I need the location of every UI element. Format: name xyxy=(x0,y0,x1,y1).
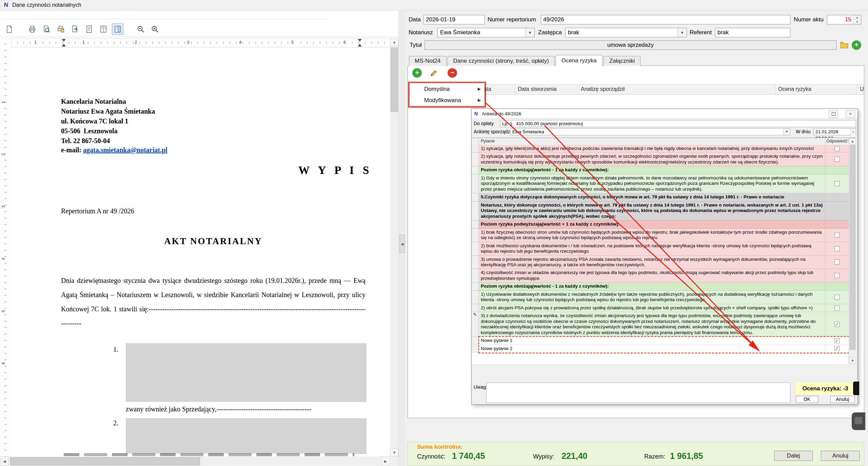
answer-checkbox[interactable] xyxy=(834,157,840,162)
question-row[interactable]: 3) umowa o prowadzenie rejestru akcjonar… xyxy=(472,256,849,269)
question-row[interactable]: Poziom ryzyka podwyższają(wartość + 1 za… xyxy=(472,220,849,228)
floating-widget[interactable] xyxy=(852,412,865,430)
uwagi-textarea[interactable] xyxy=(486,383,790,403)
answer-checkbox[interactable] xyxy=(834,259,840,265)
w-dniu-input[interactable]: 21.01.2026 07:52:53▲▼ xyxy=(813,128,856,135)
notariusz-combo[interactable]: Ewa Śmietanka▼ xyxy=(437,28,535,37)
question-row[interactable]: Poziom ryzyka obniżają(wartość - 1 za ka… xyxy=(472,283,849,290)
answer-checkbox[interactable] xyxy=(834,306,840,311)
pytanie-column-header[interactable]: Pytanie xyxy=(479,138,825,145)
delete-assessment-button[interactable]: − xyxy=(448,68,457,78)
zoom-in-icon[interactable] xyxy=(149,23,161,35)
spin-down-icon[interactable]: ▼ xyxy=(853,20,861,24)
grid-header-ocena-ryzyka[interactable]: Ocena ryzyka xyxy=(775,84,857,94)
question-row[interactable]: 4) częstotliwość zmian w składzie akcjon… xyxy=(472,269,849,283)
grid-header-data-stworzenia[interactable]: Data stworzenia xyxy=(515,84,578,94)
answer-checkbox[interactable]: ✓ xyxy=(834,338,840,343)
dialog-anuluj-button[interactable]: Anuluj xyxy=(830,396,855,403)
answer-checkbox[interactable] xyxy=(834,146,840,151)
answer-checkbox[interactable]: ✓ xyxy=(834,346,840,351)
question-row[interactable]: Poziom ryzyka obniżają(wartość - 1 za ka… xyxy=(472,166,849,174)
dialog-close-button[interactable]: × xyxy=(846,110,855,118)
page-columns-icon[interactable] xyxy=(98,23,109,35)
ok-button[interactable]: OK xyxy=(796,396,818,403)
add-assessment-button[interactable]: + xyxy=(412,68,422,78)
grid-header-uwagi[interactable]: Uwagi xyxy=(857,84,864,94)
print-icon[interactable] xyxy=(26,23,38,35)
question-text: 1) brak fizycznej obecności stron umów l… xyxy=(479,229,825,242)
menu-item-domyślna[interactable]: Domyślna▶ xyxy=(410,83,484,95)
numer-aktu-input[interactable]: 15 ▲▼ xyxy=(827,15,861,24)
data-input[interactable] xyxy=(423,15,485,24)
collapse-panel-button[interactable]: ◀ xyxy=(399,235,405,253)
menu-item-modyfikowana[interactable]: Modyfikowana▶ xyxy=(410,95,484,106)
tab-dane-czynności-strony-treść-opłaty[interactable]: Dane czynności (strony, treść, opłaty) xyxy=(448,56,555,66)
chevron-down-icon[interactable]: ▼ xyxy=(677,28,687,37)
answer-checkbox[interactable] xyxy=(834,181,840,186)
tab-ms-not24[interactable]: MS-Not24 xyxy=(409,56,447,66)
add-title-button[interactable]: + xyxy=(852,40,861,50)
print-preview-icon[interactable] xyxy=(41,23,52,35)
tab-ocena-ryzyka[interactable]: Ocena ryzyka xyxy=(556,55,603,66)
question-row[interactable]: 1) brak fizycznej obecności stron umów l… xyxy=(472,229,849,242)
chevron-down-icon[interactable]: ▼ xyxy=(525,28,534,37)
row-gutter xyxy=(472,193,479,201)
scroll-up-button[interactable]: ▲ xyxy=(849,138,856,144)
question-row[interactable]: 2) brak możliwości uzyskania dokumentów … xyxy=(472,242,849,256)
email-link[interactable]: agata.smietanka@notariat.pl xyxy=(83,146,167,154)
chevron-down-icon[interactable]: ▼ xyxy=(783,129,790,135)
page-setup-icon[interactable] xyxy=(3,23,15,35)
odpowiedz-column-header[interactable]: Odpowiedź xyxy=(825,138,849,145)
scroll-thumb[interactable] xyxy=(850,145,855,350)
page-text-icon[interactable] xyxy=(83,23,95,35)
print-options-icon[interactable] xyxy=(55,23,66,35)
tab-załączniki[interactable]: Załączniki xyxy=(604,56,641,66)
answer-checkbox[interactable] xyxy=(834,233,840,238)
numer-repertorium-input[interactable] xyxy=(541,15,790,24)
ankiete-sporzadzil-combo[interactable]: Ewa Śmietanka▼ xyxy=(510,128,790,135)
question-row[interactable]: Nowe pytanie 2✓ xyxy=(472,345,849,353)
question-row[interactable]: 1) Gdy w imieniu strony czynności objęte… xyxy=(472,174,849,193)
scroll-down-button[interactable]: ▼ xyxy=(849,357,856,364)
spin-up-icon[interactable]: ▲ xyxy=(853,15,861,20)
question-row[interactable]: 2) sytuacja, gdy notariusz dokumentuje p… xyxy=(472,153,849,166)
answer-checkbox[interactable] xyxy=(834,246,840,251)
dalej-button[interactable]: Dalej xyxy=(774,451,813,461)
vertical-scroll-thumb[interactable] xyxy=(391,47,398,112)
question-row[interactable]: 1) Uzyskiwanie dodatkowych dokumentów z … xyxy=(472,291,849,304)
dialog-maximize-button[interactable] xyxy=(829,110,838,118)
floating-widget-handle[interactable] xyxy=(853,382,859,395)
do-oplaty-input[interactable] xyxy=(500,120,856,127)
zoom-out-icon[interactable] xyxy=(135,23,146,35)
answer-checkbox[interactable]: ✓ xyxy=(834,322,840,327)
question-row[interactable]: 1) sytuacja, gdy klient(strona aktu) jes… xyxy=(472,145,849,153)
answer-checkbox[interactable] xyxy=(834,273,840,278)
zastepca-combo[interactable]: brak▼ xyxy=(565,28,687,37)
scroll-right-button[interactable]: ▶ xyxy=(381,457,390,466)
grid-header-analizę-sporządził[interactable]: Analizę sporządził xyxy=(578,84,775,94)
scroll-down-button[interactable]: ▼ xyxy=(390,448,398,457)
question-row[interactable]: 2) obrót akcjami PSA pokrywa się z prowa… xyxy=(472,304,849,312)
question-row[interactable]: Notariusz, który dokonuje czynności, o k… xyxy=(472,201,849,220)
letterhead-line: Notariusz Ewa Agata Śmietanka xyxy=(61,108,155,115)
export-page-icon[interactable] xyxy=(69,23,81,35)
answer-checkbox[interactable] xyxy=(834,295,840,300)
form-view-icon[interactable] xyxy=(112,23,123,35)
tytul-input[interactable] xyxy=(425,40,836,50)
scroll-left-button[interactable]: ◀ xyxy=(0,457,9,466)
numer-aktu-spinner[interactable]: ▲▼ xyxy=(853,15,861,24)
questionnaire-scrollbar[interactable]: ▲ ▼ xyxy=(849,138,856,364)
answer-cell xyxy=(825,166,849,174)
question-row[interactable]: ✎3) z doświadczenia notariusza wynika, ż… xyxy=(472,312,849,337)
referent-input[interactable] xyxy=(715,28,790,37)
w-dniu-spinner[interactable]: ▲▼ xyxy=(850,129,856,135)
anuluj-button[interactable]: Anuluj xyxy=(821,451,860,461)
question-row[interactable]: 5.Czynniki ryzyka dotyczące dokonywanych… xyxy=(472,193,849,201)
scroll-up-button[interactable]: ▲ xyxy=(390,38,398,46)
edit-assessment-button[interactable] xyxy=(429,68,439,78)
horizontal-scroll-thumb[interactable] xyxy=(10,457,200,465)
question-row[interactable]: Nowe pytanie 1✓ xyxy=(472,337,849,345)
document-page[interactable]: e-mail: agata.smietanka@notariat.pl W Y … xyxy=(11,47,390,457)
menu-item-label: Modyfikowana xyxy=(424,97,461,103)
open-folder-button[interactable] xyxy=(839,40,850,50)
